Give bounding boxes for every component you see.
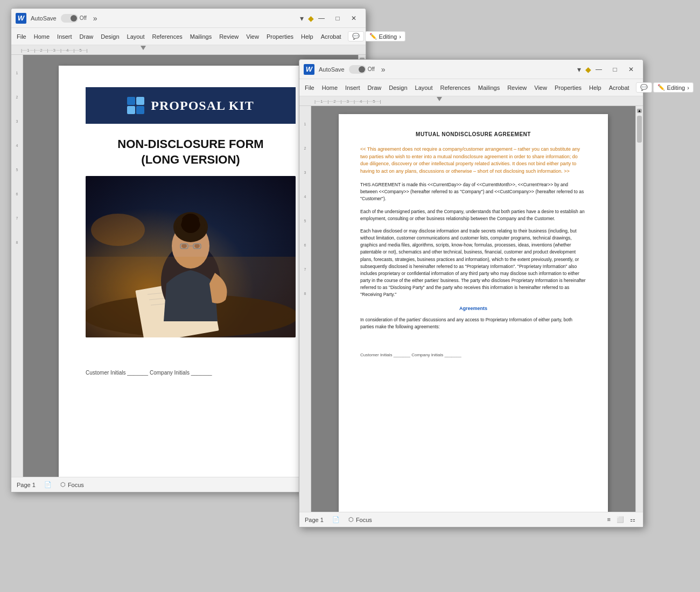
svg-point-12 bbox=[181, 244, 187, 248]
menu-references-1[interactable]: References bbox=[149, 32, 186, 41]
chevron-down-icon-1: › bbox=[399, 33, 401, 40]
menu-file-2[interactable]: File bbox=[302, 83, 318, 93]
menu-mailings-1[interactable]: Mailings bbox=[187, 32, 215, 41]
more-button-1[interactable]: » bbox=[91, 14, 100, 23]
title-search-2[interactable]: ▾ bbox=[577, 65, 581, 74]
scroll-thumb-2[interactable] bbox=[637, 116, 642, 143]
word-count-icon-2: 📄 bbox=[332, 516, 340, 523]
pencil-icon-1: ✏️ bbox=[369, 33, 377, 40]
toggle-thumb-1 bbox=[71, 15, 77, 22]
nda-page: MUTUAL NONDISCLOSURE AGREEMENT << This a… bbox=[339, 114, 608, 512]
nda-form-title: NON-DISCLOSURE FORM (LONG VERSION) bbox=[86, 137, 296, 167]
minimize-btn-2[interactable]: — bbox=[591, 64, 606, 75]
toggle-text-2: Off bbox=[368, 66, 375, 72]
autosave-toggle-1[interactable]: Off bbox=[61, 14, 87, 23]
maximize-btn-2[interactable]: □ bbox=[607, 64, 622, 75]
doc-area-wrapper-2: 1 2 3 4 5 6 7 8 MUTUAL NONDISCLOSURE AGR… bbox=[299, 106, 643, 512]
menu-design-2[interactable]: Design bbox=[386, 83, 410, 93]
menu-home-1[interactable]: Home bbox=[31, 32, 53, 41]
editing-button-2[interactable]: ✏️ Editing › bbox=[653, 82, 694, 93]
svg-rect-17 bbox=[86, 257, 296, 337]
view-buttons-2: ≡ ⬜ ⚏ bbox=[605, 516, 638, 523]
menu-insert-2[interactable]: Insert bbox=[342, 83, 363, 93]
nda-initials-footer: Customer Initials _______ Company Initia… bbox=[360, 352, 586, 358]
ruler-1: |····1····|····2····|····3····|····4····… bbox=[11, 45, 366, 55]
ruler-content-2: |····1····|····2····|····3····|····4····… bbox=[299, 96, 643, 105]
menu-acrobat-1[interactable]: Acrobat bbox=[318, 32, 345, 41]
ribbon-icon-2: ◆ bbox=[585, 65, 591, 74]
focus-label-2: Focus bbox=[356, 517, 372, 523]
close-btn-1[interactable]: ✕ bbox=[346, 12, 361, 24]
title-bar-left-2: W AutoSave Off » bbox=[304, 64, 577, 75]
close-btn-2[interactable]: ✕ bbox=[624, 64, 639, 75]
status-bar-2: Page 1 📄 ⬡ Focus ≡ ⬜ ⚏ bbox=[299, 512, 643, 527]
cover-svg bbox=[86, 176, 296, 337]
nda-para-3: Each have disclosed or may disclose info… bbox=[360, 228, 586, 299]
menu-file-1[interactable]: File bbox=[13, 32, 30, 41]
focus-item-2[interactable]: ⬡ Focus bbox=[348, 516, 372, 523]
menu-insert-1[interactable]: Insert bbox=[54, 32, 75, 41]
menu-properties-1[interactable]: Properties bbox=[263, 32, 297, 41]
autosave-label-1: AutoSave bbox=[31, 15, 57, 22]
menu-design-1[interactable]: Design bbox=[97, 32, 122, 41]
cover-illustration bbox=[86, 176, 296, 337]
menu-view-2[interactable]: View bbox=[531, 83, 550, 93]
read-view-icon-2[interactable]: ⚏ bbox=[630, 516, 635, 523]
menu-home-2[interactable]: Home bbox=[319, 83, 341, 93]
logo-cell-2 bbox=[136, 97, 144, 105]
menu-acrobat-2[interactable]: Acrobat bbox=[606, 83, 633, 93]
focus-label-1: Focus bbox=[68, 482, 84, 488]
more-button-2[interactable]: » bbox=[379, 65, 388, 74]
minimize-btn-1[interactable]: — bbox=[314, 12, 329, 24]
title-bar-left-1: W AutoSave Off » bbox=[16, 13, 300, 24]
toggle-thumb-2 bbox=[359, 66, 365, 73]
focus-item-1[interactable]: ⬡ Focus bbox=[60, 481, 84, 488]
nda-main-heading: MUTUAL NONDISCLOSURE AGREEMENT bbox=[360, 130, 586, 138]
menu-layout-2[interactable]: Layout bbox=[412, 83, 436, 93]
word-count-icon-1: 📄 bbox=[44, 481, 52, 488]
left-ruler-2: 1 2 3 4 5 6 7 8 bbox=[299, 106, 311, 512]
word-logo-1: W bbox=[16, 13, 26, 24]
comment-button-2[interactable]: 💬 bbox=[636, 82, 652, 93]
svg-point-11 bbox=[181, 214, 200, 233]
chevron-down-icon-2: › bbox=[687, 84, 689, 91]
title-bar-2: W AutoSave Off » ▾ ◆ — □ ✕ bbox=[299, 60, 643, 79]
scroll-up-2[interactable]: ▲ bbox=[637, 109, 642, 113]
logo-cell-3 bbox=[127, 106, 135, 114]
left-ruler-1: 1 2 3 4 5 6 7 8 bbox=[11, 55, 23, 477]
editing-button-1[interactable]: ✏️ Editing › bbox=[365, 31, 405, 41]
web-view-icon-2[interactable]: ⬜ bbox=[617, 516, 624, 523]
page-indicator-2: Page 1 bbox=[305, 517, 324, 523]
autosave-toggle-2[interactable]: Off bbox=[349, 65, 375, 74]
doc-content-2: MUTUAL NONDISCLOSURE AGREEMENT << This a… bbox=[311, 106, 635, 512]
menu-draw-2[interactable]: Draw bbox=[365, 83, 385, 93]
comment-icon-1: 💬 bbox=[352, 33, 360, 40]
menu-help-2[interactable]: Help bbox=[586, 83, 605, 93]
logo-cell-1 bbox=[127, 97, 135, 105]
nda-para-1: THIS AGREEMENT is made this <<CurrentDay… bbox=[360, 181, 586, 203]
nda-warning-text: << This agreement does not require a com… bbox=[360, 146, 586, 175]
title-search-1[interactable]: ▾ bbox=[300, 14, 304, 23]
page-indicator-1: Page 1 bbox=[17, 482, 36, 488]
ruler-2: |····1····|····2····|····3····|····4····… bbox=[299, 96, 643, 106]
menu-references-2[interactable]: References bbox=[437, 83, 474, 93]
ruler-content-1: |····1····|····2····|····3····|····4····… bbox=[11, 45, 366, 54]
ribbon-icon-1: ◆ bbox=[308, 14, 314, 23]
editing-label-2: Editing bbox=[667, 84, 685, 91]
menu-properties-2[interactable]: Properties bbox=[551, 83, 585, 93]
toggle-track-2[interactable] bbox=[349, 65, 366, 74]
menu-review-1[interactable]: Review bbox=[216, 32, 242, 41]
menu-layout-1[interactable]: Layout bbox=[124, 32, 148, 41]
maximize-btn-1[interactable]: □ bbox=[330, 12, 345, 24]
toggle-track-1[interactable] bbox=[61, 14, 78, 23]
toggle-text-1: Off bbox=[80, 15, 87, 21]
menu-draw-1[interactable]: Draw bbox=[76, 32, 97, 41]
word-logo-2: W bbox=[304, 64, 314, 75]
menu-view-1[interactable]: View bbox=[243, 32, 262, 41]
comment-button-1[interactable]: 💬 bbox=[348, 31, 364, 41]
print-view-icon-2[interactable]: ≡ bbox=[607, 516, 610, 523]
menu-review-2[interactable]: Review bbox=[504, 83, 530, 93]
menu-help-1[interactable]: Help bbox=[298, 32, 317, 41]
scrollbar-2[interactable]: ▲ bbox=[635, 106, 643, 512]
menu-mailings-2[interactable]: Mailings bbox=[475, 83, 503, 93]
